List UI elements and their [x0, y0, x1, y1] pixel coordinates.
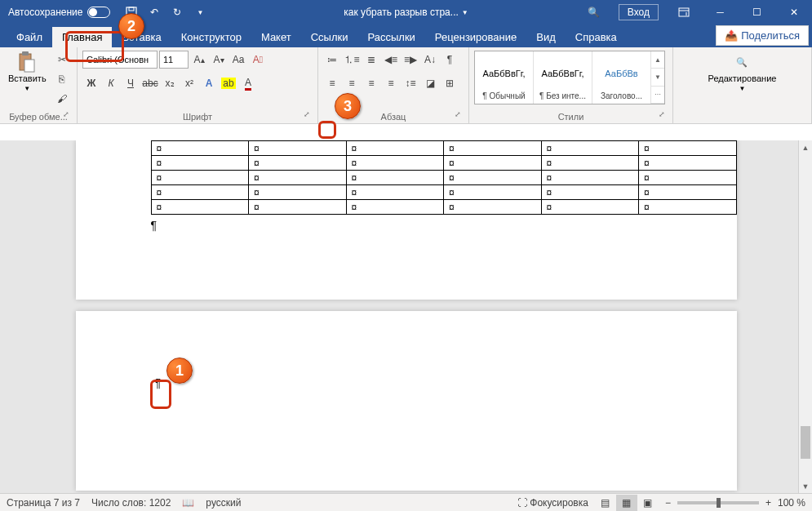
- tab-home[interactable]: Главная: [52, 27, 112, 47]
- style-nospacing[interactable]: АаБбВвГг, ¶ Без инте...: [534, 51, 592, 104]
- italic-button[interactable]: К: [102, 74, 120, 92]
- shrink-font-button[interactable]: A▾: [210, 51, 228, 69]
- title-dropdown-icon[interactable]: ▼: [462, 9, 468, 16]
- login-button[interactable]: Вход: [619, 4, 659, 20]
- tab-references[interactable]: Ссылки: [301, 27, 358, 47]
- show-marks-button[interactable]: ¶: [441, 51, 459, 69]
- tab-layout[interactable]: Макет: [251, 27, 301, 47]
- strike-button[interactable]: abc: [141, 74, 159, 92]
- font-size-input[interactable]: [159, 51, 189, 69]
- paste-button[interactable]: Вставить ▼: [5, 51, 50, 94]
- change-case-button[interactable]: Aa: [229, 51, 247, 69]
- styles-launcher[interactable]: ⤢: [656, 110, 668, 122]
- page-indicator[interactable]: Страница 7 из 7: [7, 497, 80, 509]
- multilevel-button[interactable]: ≣: [362, 51, 380, 69]
- web-layout-button[interactable]: ▣: [637, 495, 659, 511]
- align-right-button[interactable]: ≡: [362, 74, 380, 92]
- focus-mode[interactable]: ⛶ Фокусировка: [517, 497, 588, 509]
- group-font: A▴ A▾ Aa A⃠ Ж К Ч abc x₂ x² A ab A Шрифт…: [78, 47, 318, 123]
- vertical-scrollbar[interactable]: ▲ ▼: [798, 140, 812, 493]
- paragraph-launcher[interactable]: ⤢: [452, 110, 464, 122]
- style-heading[interactable]: АаБбВв Заголово...: [592, 51, 651, 104]
- subscript-button[interactable]: x₂: [161, 74, 179, 92]
- page-2: ¶: [76, 311, 737, 491]
- copy-button[interactable]: ⎘: [53, 70, 71, 88]
- share-button[interactable]: 📤 Поделиться: [716, 25, 809, 46]
- style-gallery[interactable]: АаБбВвГг, ¶ Обычный АаБбВвГг, ¶ Без инте…: [474, 51, 665, 104]
- word-count[interactable]: Число слов: 1202: [91, 497, 171, 509]
- tab-help[interactable]: Справка: [566, 27, 627, 47]
- scroll-down-button[interactable]: ▼: [799, 479, 812, 493]
- style-preview: АаБбВвГг,: [537, 55, 588, 91]
- group-editing: 🔍 Редактирование ▼: [673, 47, 812, 123]
- share-icon: 📤: [725, 29, 738, 42]
- shading-button[interactable]: ◪: [421, 74, 439, 92]
- statusbar: Страница 7 из 7 Число слов: 1202 📖 русск…: [0, 493, 812, 511]
- undo-icon[interactable]: ↶: [146, 4, 162, 20]
- tab-file[interactable]: Файл: [7, 27, 52, 47]
- grow-font-button[interactable]: A▴: [190, 51, 208, 69]
- zoom-out-button[interactable]: −: [665, 497, 671, 509]
- close-button[interactable]: ✕: [775, 0, 812, 24]
- style-scroll[interactable]: ▲▼⋯: [651, 51, 664, 104]
- justify-button[interactable]: ≡: [382, 74, 400, 92]
- font-group-label: Шрифт: [183, 112, 212, 122]
- autosave-toggle[interactable]: [87, 7, 110, 18]
- underline-button[interactable]: Ч: [122, 74, 140, 92]
- qat-more-icon[interactable]: ▼: [192, 4, 208, 20]
- style-name: ¶ Обычный: [478, 91, 530, 100]
- read-mode-button[interactable]: ▤: [595, 495, 616, 511]
- svg-rect-2: [679, 8, 689, 16]
- minimize-button[interactable]: ─: [702, 0, 739, 24]
- bold-button[interactable]: Ж: [82, 74, 100, 92]
- spellcheck-icon[interactable]: 📖: [182, 497, 194, 509]
- group-styles: АаБбВвГг, ¶ Обычный АаБбВвГг, ¶ Без инте…: [469, 47, 673, 123]
- tab-view[interactable]: Вид: [526, 27, 566, 47]
- bullets-button[interactable]: ≔: [323, 51, 341, 69]
- align-center-button[interactable]: ≡: [343, 74, 361, 92]
- font-launcher[interactable]: ⤢: [301, 110, 313, 122]
- font-color-button[interactable]: A: [239, 74, 257, 92]
- borders-button[interactable]: ⊞: [441, 74, 459, 92]
- sort-button[interactable]: A↓: [421, 51, 439, 69]
- style-normal[interactable]: АаБбВвГг, ¶ Обычный: [475, 51, 534, 104]
- tab-design[interactable]: Конструктор: [171, 27, 251, 47]
- scroll-thumb[interactable]: [801, 426, 810, 459]
- font-name-input[interactable]: [82, 51, 158, 69]
- superscript-button[interactable]: x²: [180, 74, 198, 92]
- style-name: Заголово...: [596, 91, 647, 100]
- tab-mailings[interactable]: Рассылки: [357, 27, 424, 47]
- decrease-indent-button[interactable]: ◀≡: [382, 51, 400, 69]
- language-indicator[interactable]: русский: [206, 497, 241, 509]
- document-table[interactable]: ¤¤¤¤¤¤ ¤¤¤¤¤¤ ¤¤¤¤¤¤ ¤¤¤¤¤¤ ¤¤¤¤¤¤: [151, 140, 737, 215]
- increase-indent-button[interactable]: ≡▶: [402, 51, 419, 69]
- format-painter-button[interactable]: 🖌: [53, 90, 71, 108]
- chevron-down-icon: ▼: [739, 85, 746, 92]
- zoom-in-button[interactable]: +: [765, 497, 771, 509]
- share-label: Поделиться: [741, 29, 800, 42]
- line-spacing-button[interactable]: ↕≡: [402, 74, 419, 92]
- style-preview: АаБбВв: [596, 55, 647, 91]
- style-name: ¶ Без инте...: [537, 91, 588, 100]
- zoom-level[interactable]: 100 %: [778, 497, 805, 509]
- text-effects-button[interactable]: A: [200, 74, 218, 92]
- editing-button[interactable]: 🔍 Редактирование ▼: [705, 51, 780, 94]
- numbering-button[interactable]: ⒈≡: [343, 51, 361, 69]
- clipboard-group-label: Буфер обме...: [9, 112, 68, 122]
- search-icon[interactable]: 🔍: [588, 7, 612, 18]
- align-left-button[interactable]: ≡: [323, 74, 341, 92]
- zoom-slider[interactable]: [677, 501, 759, 504]
- ribbon-options-icon[interactable]: [665, 0, 702, 24]
- pilcrow-mark: ¶: [155, 376, 162, 389]
- cut-button[interactable]: ✂: [53, 51, 71, 69]
- maximize-button[interactable]: ☐: [739, 0, 775, 24]
- scroll-up-button[interactable]: ▲: [799, 140, 812, 154]
- print-layout-button[interactable]: ▦: [616, 495, 637, 511]
- document-area[interactable]: ¤¤¤¤¤¤ ¤¤¤¤¤¤ ¤¤¤¤¤¤ ¤¤¤¤¤¤ ¤¤¤¤¤¤ ¶ ¶: [0, 140, 812, 493]
- redo-icon[interactable]: ↻: [169, 4, 185, 20]
- group-clipboard: Вставить ▼ ✂ ⎘ 🖌 Буфер обме...⤢: [0, 47, 78, 123]
- highlight-button[interactable]: ab: [220, 74, 237, 92]
- clipboard-launcher[interactable]: ⤢: [60, 110, 72, 122]
- tab-review[interactable]: Рецензирование: [425, 27, 526, 47]
- clear-format-button[interactable]: A⃠: [249, 51, 267, 69]
